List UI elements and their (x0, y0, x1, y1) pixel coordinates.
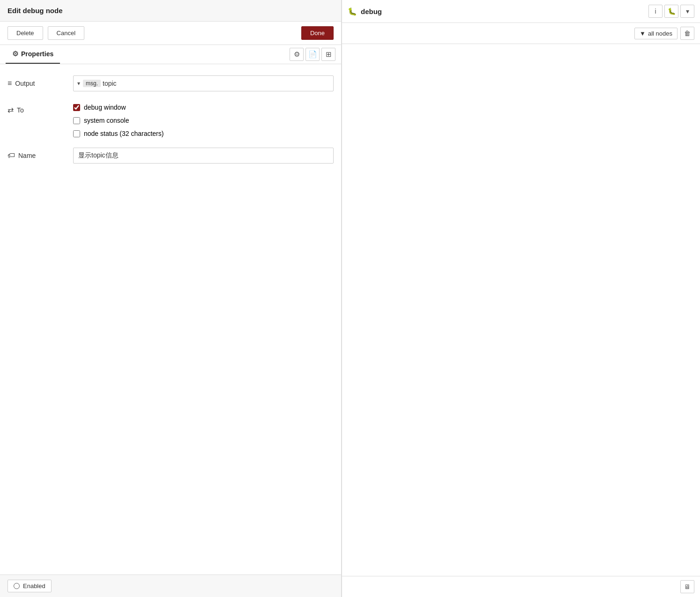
name-control (73, 148, 334, 164)
to-label: ⇄ To (7, 102, 73, 114)
debug-window-checkbox-item[interactable]: debug window (73, 104, 334, 111)
right-footer: 🖥 (342, 576, 700, 597)
toolbar: Delete Cancel Done (0, 22, 341, 45)
right-panel: 🐛 debug i 🐛 ▾ ▼ all nodes 🗑 🖥 (342, 0, 700, 597)
output-select[interactable]: ▾ msg. topic (73, 75, 334, 91)
settings-icon: ⚙ (294, 50, 300, 59)
trash-icon: 🗑 (684, 30, 691, 37)
debug-bug-icon: 🐛 (348, 7, 357, 16)
description-icon: 📄 (308, 50, 317, 59)
right-header: 🐛 debug i 🐛 ▾ (342, 0, 700, 23)
output-control: ▾ msg. topic (73, 75, 334, 91)
bottom-bar: Enabled (0, 575, 341, 597)
to-arrows-icon: ⇄ (7, 105, 14, 114)
name-label: 🏷 Name (7, 148, 73, 160)
right-subheader: ▼ all nodes 🗑 (342, 23, 700, 44)
form-area: ≡ Output ▾ msg. topic ⇄ To debug window (0, 64, 341, 575)
debug-window-checkbox[interactable] (73, 104, 80, 111)
output-msg-tag: msg. (83, 80, 101, 87)
name-input[interactable] (73, 148, 334, 164)
name-row: 🏷 Name (7, 148, 334, 164)
enabled-button[interactable]: Enabled (7, 580, 52, 592)
tabs-area: ⚙ Properties ⚙ 📄 ⊞ (0, 45, 341, 64)
info-button[interactable]: i (648, 5, 663, 18)
delete-messages-button[interactable]: 🗑 (680, 27, 694, 40)
filter-button[interactable]: ▼ all nodes (634, 28, 678, 39)
cancel-button[interactable]: Cancel (48, 26, 84, 40)
done-button[interactable]: Done (301, 26, 334, 40)
node-status-checkbox[interactable] (73, 130, 80, 137)
monitor-button[interactable]: 🖥 (680, 580, 694, 593)
tab-description-button[interactable]: 📄 (305, 48, 320, 61)
expand-button[interactable]: ▾ (680, 5, 694, 18)
name-tag-icon: 🏷 (7, 151, 15, 160)
enabled-label: Enabled (23, 582, 45, 590)
panel-header: Edit debug node (0, 0, 341, 22)
filter-label: all nodes (648, 30, 672, 37)
system-console-label: system console (84, 117, 129, 124)
delete-button[interactable]: Delete (7, 26, 43, 40)
output-list-icon: ≡ (7, 79, 12, 88)
right-content (342, 44, 700, 576)
tab-actions: ⚙ 📄 ⊞ (290, 48, 335, 61)
system-console-checkbox[interactable] (73, 117, 80, 124)
node-status-checkbox-item[interactable]: node status (32 characters) (73, 130, 334, 137)
right-title: 🐛 debug (348, 7, 646, 16)
to-row: ⇄ To debug window system console node st… (7, 102, 334, 137)
monitor-icon: 🖥 (684, 583, 691, 590)
bug-icon: 🐛 (668, 7, 676, 15)
tab-settings-button[interactable]: ⚙ (290, 48, 304, 61)
debug-title-text: debug (361, 7, 382, 15)
output-msg-prop: topic (103, 80, 117, 87)
properties-gear-icon: ⚙ (12, 50, 18, 58)
node-status-label: node status (32 characters) (84, 130, 164, 137)
info-icon: i (655, 7, 656, 15)
panel-title: Edit debug node (7, 7, 334, 15)
left-panel: Edit debug node Delete Cancel Done ⚙ Pro… (0, 0, 342, 597)
right-header-buttons: i 🐛 ▾ (648, 5, 694, 18)
tab-properties[interactable]: ⚙ Properties (6, 45, 60, 64)
debug-toggle-button[interactable]: 🐛 (664, 5, 678, 18)
chevron-down-icon: ▾ (686, 7, 689, 15)
tab-appearance-button[interactable]: ⊞ (321, 48, 335, 61)
to-checkboxes: debug window system console node status … (73, 102, 334, 137)
dropdown-arrow-icon: ▾ (77, 80, 80, 87)
output-row: ≡ Output ▾ msg. topic (7, 75, 334, 91)
properties-tab-label: Properties (21, 50, 53, 58)
debug-window-label: debug window (84, 104, 126, 111)
system-console-checkbox-item[interactable]: system console (73, 117, 334, 124)
enabled-circle-icon (14, 583, 20, 589)
appearance-icon: ⊞ (326, 50, 332, 59)
filter-icon: ▼ (640, 30, 646, 37)
output-label: ≡ Output (7, 75, 73, 88)
